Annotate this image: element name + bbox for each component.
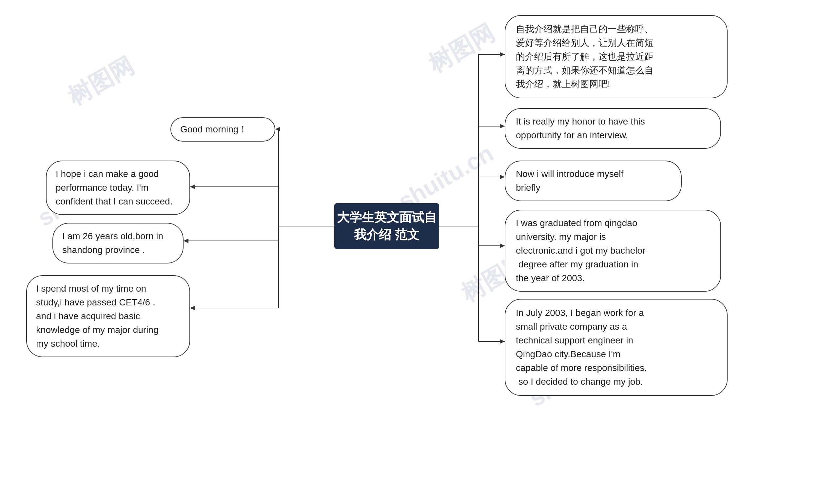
node-right2-text: It is really my honor to have thisopport…: [516, 116, 645, 140]
node-left1-text: Good morning！: [180, 124, 247, 134]
node-left4: I spend most of my time onstudy,i have p…: [26, 275, 190, 357]
node-right1: 自我介绍就是把自己的一些称呼、爱好等介绍给别人，让别人在简短的介绍后有所了解，这…: [505, 15, 728, 98]
center-node: 大学生英文面试自我介绍 范文: [334, 203, 439, 249]
svg-marker-23: [500, 339, 505, 344]
node-left4-text: I spend most of my time onstudy,i have p…: [36, 284, 159, 349]
svg-marker-20: [500, 124, 505, 128]
canvas: 树图网 shuitu.cn shuitu.cn 树图网 shuitu.cn 树图…: [0, 0, 839, 504]
node-right3-text: Now i will introduce myselfbriefly: [516, 169, 623, 193]
node-left1: Good morning！: [171, 117, 275, 142]
node-right4-text: I was graduated from qingdaouniversity. …: [516, 218, 645, 283]
node-left3: I am 26 years old,born inshandong provin…: [52, 223, 183, 264]
svg-marker-21: [500, 175, 505, 179]
watermark-4: 树图网: [423, 17, 500, 79]
node-left3-text: I am 26 years old,born inshandong provin…: [62, 231, 163, 255]
svg-marker-22: [500, 244, 505, 248]
node-left2-text: I hope i can make a goodperformance toda…: [56, 169, 173, 206]
node-right3: Now i will introduce myselfbriefly: [505, 161, 682, 201]
svg-marker-15: [275, 127, 280, 131]
node-right1-text: 自我介绍就是把自己的一些称呼、爱好等介绍给别人，让别人在简短的介绍后有所了解，这…: [516, 24, 654, 89]
svg-marker-17: [183, 238, 189, 243]
node-right5: In July 2003, I began work for asmall pr…: [505, 299, 728, 396]
center-label: 大学生英文面试自我介绍 范文: [334, 209, 439, 244]
node-right4: I was graduated from qingdaouniversity. …: [505, 210, 721, 292]
watermark-1: 树图网: [62, 50, 139, 112]
node-left2: I hope i can make a goodperformance toda…: [46, 161, 190, 215]
node-right2: It is really my honor to have thisopport…: [505, 108, 721, 149]
node-right5-text: In July 2003, I began work for asmall pr…: [516, 308, 647, 387]
svg-marker-18: [190, 306, 195, 310]
svg-marker-16: [190, 184, 195, 189]
svg-marker-19: [500, 52, 505, 57]
